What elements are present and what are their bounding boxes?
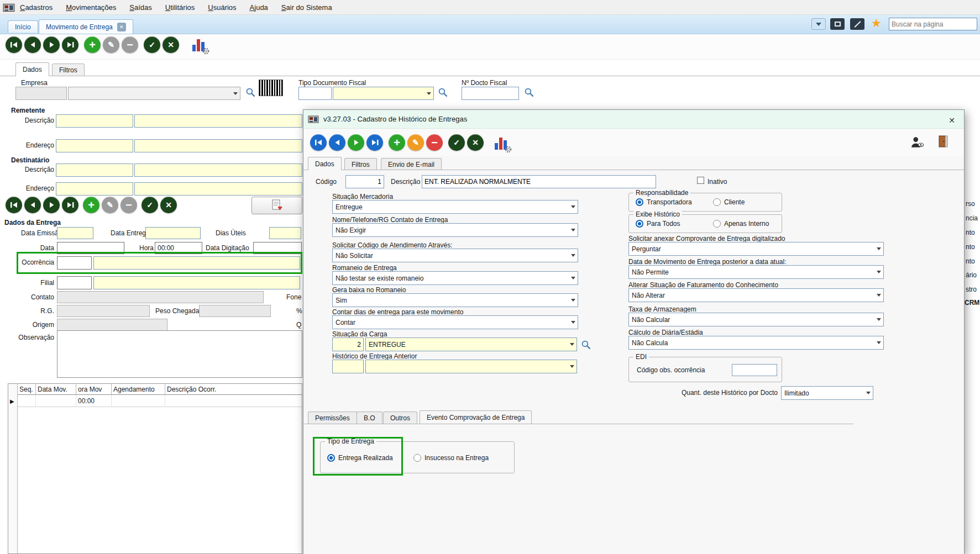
exit-door-icon[interactable]	[937, 134, 950, 150]
entrega-add-button[interactable]: +	[83, 197, 99, 213]
user-permissions-icon[interactable]	[910, 135, 925, 151]
nav-next-button[interactable]	[43, 36, 60, 53]
codigo-field[interactable]	[345, 175, 384, 188]
match-case-icon[interactable]	[850, 18, 864, 30]
highlight-all-icon[interactable]	[830, 18, 845, 30]
filial-code-field[interactable]	[57, 276, 92, 289]
dialog-add-button[interactable]: +	[389, 134, 405, 151]
remove-button[interactable]: −	[122, 36, 138, 53]
dialog-tab-envio-email[interactable]: Envio de E-mail	[381, 158, 442, 170]
observacao-field[interactable]	[57, 330, 302, 378]
menu-item-sair[interactable]: Sair do Sistema	[281, 3, 332, 12]
main-tab-filtros[interactable]: Filtros	[52, 64, 85, 76]
barcode-icon[interactable]	[259, 80, 283, 96]
dialog-tab-filtros[interactable]: Filtros	[344, 158, 377, 170]
entrega-edit-button[interactable]: ✎	[102, 197, 118, 213]
chart-icon[interactable]	[190, 37, 209, 54]
dialog-edit-button[interactable]: ✎	[407, 134, 424, 151]
filial-field[interactable]	[93, 276, 300, 289]
menu-item-ajuda[interactable]: Ajuda	[250, 3, 268, 12]
remetente-endereco-code-field[interactable]	[56, 139, 133, 152]
dias-uteis-field[interactable]	[269, 227, 301, 239]
romaneio-entrega-combo[interactable]: Não testar se existe romaneio	[332, 271, 578, 285]
data-digitacao-field[interactable]	[253, 242, 302, 254]
entrega-nav-last-button[interactable]	[62, 197, 78, 213]
dialog-nav-next-button[interactable]	[348, 134, 364, 151]
menu-item-saidas[interactable]: Saídas	[129, 3, 151, 12]
rg-field[interactable]	[57, 305, 150, 317]
right-panel-item[interactable]: CRM	[965, 299, 979, 307]
entrega-cancel-button[interactable]: ✕	[160, 197, 177, 213]
grid-header-descricao-ocorr[interactable]: Descrição Ocorr.	[165, 384, 302, 395]
dialog-chart-icon[interactable]	[492, 135, 511, 152]
situacao-carga-combo[interactable]: ENTREGUE	[365, 337, 577, 351]
comprovante-combo[interactable]: Perguntar	[628, 242, 884, 256]
empresa-search-icon[interactable]	[245, 87, 255, 99]
right-panel-item[interactable]: nto	[966, 257, 975, 265]
radio-para-todos[interactable]: Para Todos	[636, 220, 680, 228]
remetente-endereco-field[interactable]	[134, 139, 302, 152]
right-panel-item[interactable]: rso	[966, 200, 975, 208]
grid-header-agendamento[interactable]: Agendamento	[112, 384, 165, 395]
dialog-nav-first-button[interactable]	[310, 134, 327, 151]
quant-historico-combo[interactable]: Ilimitado	[781, 386, 873, 400]
nav-first-button[interactable]	[6, 36, 22, 53]
confirm-button[interactable]: ✓	[144, 36, 160, 53]
remetente-descricao-field[interactable]	[134, 114, 302, 128]
tab-permissoes[interactable]: Permissões	[308, 411, 357, 424]
situacao-carga-code-field[interactable]	[332, 337, 364, 351]
main-tab-dados[interactable]: Dados	[15, 62, 49, 76]
calculo-diaria-combo[interactable]: Não Calcula	[628, 336, 884, 350]
tab-bo[interactable]: B.O	[357, 411, 382, 424]
dialog-nav-last-button[interactable]	[366, 134, 383, 151]
remetente-descricao-code-field[interactable]	[56, 114, 133, 128]
tab-movimento-entrega[interactable]: Movimento de Entrega ✕	[39, 19, 133, 34]
entrega-nav-next-button[interactable]	[43, 197, 60, 213]
edit-button[interactable]: ✎	[103, 36, 119, 53]
tipo-doc-search-icon[interactable]	[438, 87, 448, 99]
contato-entrega-combo[interactable]: Não Exigir	[332, 223, 578, 237]
dialog-remove-button[interactable]: −	[426, 134, 443, 151]
codigo-obs-field[interactable]	[732, 364, 777, 376]
situacao-mercadoria-combo[interactable]: Entregue	[332, 200, 578, 214]
ocorrencia-code-field[interactable]	[57, 256, 92, 270]
data-entrega-field[interactable]	[145, 227, 201, 239]
cancel-button[interactable]: ✕	[163, 36, 179, 53]
radio-transportadora[interactable]: Transportadora	[636, 198, 692, 206]
data-emissao-field[interactable]	[57, 227, 93, 239]
grid-header-data-mov[interactable]: Data Mov.	[36, 384, 76, 395]
dialog-nav-prev-button[interactable]	[329, 134, 345, 151]
tab-close-icon[interactable]: ✕	[117, 23, 126, 31]
right-panel-item[interactable]: nto	[966, 229, 975, 236]
menu-item-cadastros[interactable]: Cadastros	[20, 3, 53, 12]
right-panel-item[interactable]: ncia	[966, 214, 978, 222]
findbar-expand-icon[interactable]	[811, 18, 826, 30]
radio-cliente[interactable]: Cliente	[713, 198, 745, 206]
right-panel-item[interactable]: stro	[966, 286, 977, 293]
entrega-remove-button[interactable]: −	[120, 197, 137, 213]
taxa-armazenagem-combo[interactable]: Não Calcular	[628, 313, 884, 326]
radio-insucesso-entrega[interactable]: Insucesso na Entrega	[413, 454, 489, 462]
radio-entrega-realizada[interactable]: Entrega Realizada	[327, 454, 393, 462]
situacao-carga-search-icon[interactable]	[581, 340, 591, 351]
grid-header-hora-mov[interactable]: ora Mov	[76, 384, 112, 395]
contato-field[interactable]	[57, 291, 264, 303]
findbar-search-input[interactable]	[889, 18, 977, 30]
dialog-confirm-button[interactable]: ✓	[448, 134, 465, 151]
menu-item-utilitarios[interactable]: Utilitários	[165, 3, 195, 12]
hora-field[interactable]: 00:00	[155, 242, 202, 254]
empresa-code-field[interactable]	[15, 87, 67, 100]
nav-last-button[interactable]	[62, 36, 78, 53]
destinatario-endereco-code-field[interactable]	[56, 182, 133, 196]
right-panel-item[interactable]: nto	[966, 243, 975, 251]
add-button[interactable]: +	[84, 36, 101, 53]
tab-inicio[interactable]: Início	[8, 20, 38, 33]
contar-dias-combo[interactable]: Contar	[332, 315, 578, 329]
alterar-faturamento-combo[interactable]: Não Alterar	[628, 288, 884, 302]
tab-outros[interactable]: Outros	[383, 411, 417, 424]
dialog-tab-dados[interactable]: Dados	[308, 157, 342, 170]
data-pos-atual-combo[interactable]: Não Permite	[628, 265, 884, 279]
menu-item-movimentacoes[interactable]: Movimentações	[66, 3, 116, 12]
menu-item-usuarios[interactable]: Usuários	[208, 3, 236, 12]
codigo-atendimento-combo[interactable]: Não Solicitar	[332, 249, 578, 262]
